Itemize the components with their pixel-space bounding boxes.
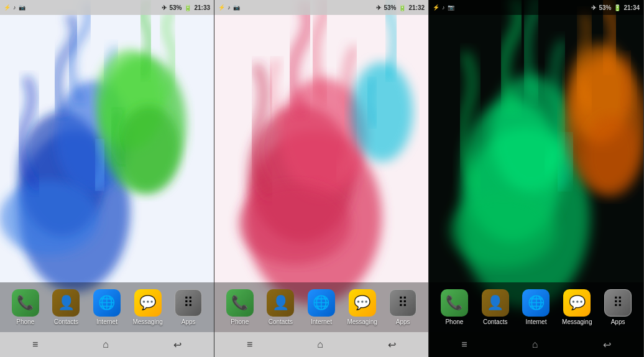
menu-btn-1[interactable]: ≡ [25,336,45,353]
usb-icon-3: ⚡ [433,4,439,11]
dock-item-phone-2[interactable]: 📞 Phone [223,289,257,325]
status-bar-right-1: ✈ 53% 🔋 21:33 [162,4,210,11]
airplane-icon-1: ✈ [162,4,167,11]
status-bar-left-2: ⚡ ♪ 📷 [218,4,240,11]
usb-icon-2: ⚡ [218,4,225,11]
contacts-icon-2: 👤 [267,289,294,317]
nav-bar-1: ≡ ⌂ ↩ [0,332,214,357]
home-btn-3[interactable]: ⌂ [525,336,546,353]
phone-screen-3: ⚡ ♪ 📷 ✈ 53% 🔋 21:34 📞 Phone 👤 Contacts 🌐… [429,0,644,357]
contacts-icon-3: 👤 [482,289,509,317]
battery-icon-3: 🔋 [614,4,621,11]
dock-1: 📞 Phone 👤 Contacts 🌐 Internet 💬 Messagin… [0,282,214,332]
dock-label-apps-2: Apps [396,318,410,325]
battery-icon-1: 🔋 [184,4,191,11]
dock-label-phone-2: Phone [231,318,249,325]
status-bar-right-3: ✈ 53% 🔋 21:34 [591,4,640,11]
status-bar-left-3: ⚡ ♪ 📷 [433,4,454,11]
dock-label-messaging-3: Messaging [562,318,592,325]
dock-label-contacts-2: Contacts [269,318,293,325]
usb-icon-1: ⚡ [4,4,11,11]
dock-label-apps-3: Apps [611,318,625,325]
apps-icon-1: ⠿ [175,289,202,317]
status-bar-3: ⚡ ♪ 📷 ✈ 53% 🔋 21:34 [429,0,643,15]
phone-screen-2: ⚡ ♪ 📷 ✈ 53% 🔋 21:32 📞 Phone 👤 Contacts 🌐… [214,0,429,357]
music-icon-3: ♪ [442,4,445,11]
phone-icon-2: 📞 [226,289,254,317]
messaging-icon-2: 💬 [349,289,376,317]
dock-label-internet-2: Internet [311,318,332,325]
dock-label-messaging-1: Messaging [132,318,162,325]
dock-3: 📞 Phone 👤 Contacts 🌐 Internet 💬 Messagin… [429,282,643,332]
back-btn-2[interactable]: ↩ [380,336,403,353]
svg-point-13 [351,62,413,162]
dock-label-apps-1: Apps [182,318,196,325]
music-icon-2: ♪ [228,4,231,11]
svg-point-4 [0,180,99,255]
dock-label-phone-3: Phone [445,318,463,325]
dock-item-apps-3[interactable]: ⠿ Apps [600,289,635,325]
nav-bar-3: ≡ ⌂ ↩ [429,332,643,357]
messaging-icon-1: 💬 [134,289,162,317]
apps-icon-3: ⠿ [604,289,632,317]
back-btn-3[interactable]: ↩ [596,336,619,353]
battery-icon-2: 🔋 [398,4,406,11]
home-btn-1[interactable]: ⌂ [95,336,116,353]
dock-label-internet-3: Internet [526,318,547,325]
dock-item-contacts-2[interactable]: 👤 Contacts [263,289,298,325]
phone-icon-1: 📞 [12,289,39,317]
nav-bar-2: ≡ ⌂ ↩ [214,332,428,357]
battery-pct-3: 53% [599,4,611,11]
time-1: 21:33 [194,4,210,11]
dock-item-internet-2[interactable]: 🌐 Internet [304,289,339,325]
screenshot-icon-1: 📷 [19,4,25,11]
status-bar-2: ⚡ ♪ 📷 ✈ 53% 🔋 21:32 [214,0,428,15]
svg-point-12 [239,183,351,264]
dock-label-phone-1: Phone [16,318,34,325]
dock-item-messaging-2[interactable]: 💬 Messaging [345,289,380,325]
status-bar-right-2: ✈ 53% 🔋 21:32 [376,4,425,11]
internet-icon-2: 🌐 [308,289,335,317]
dock-label-internet-1: Internet [96,318,117,325]
contacts-icon-1: 👤 [52,289,80,317]
dock-label-contacts-3: Contacts [483,318,507,325]
time-2: 21:32 [408,4,425,11]
battery-pct-2: 53% [384,4,396,11]
home-btn-2[interactable]: ⌂ [310,336,331,353]
apps-icon-2: ⠿ [389,289,416,317]
svg-point-21 [584,115,640,196]
dock-item-phone-1[interactable]: 📞 Phone [8,289,43,325]
dock-item-contacts-3[interactable]: 👤 Contacts [478,289,513,325]
dock-item-messaging-1[interactable]: 💬 Messaging [131,289,165,325]
messaging-icon-3: 💬 [563,289,591,317]
dock-label-messaging-2: Messaging [347,318,377,325]
airplane-icon-3: ✈ [591,4,596,11]
screenshot-icon-2: 📷 [233,4,240,11]
svg-point-18 [451,193,556,267]
menu-btn-2[interactable]: ≡ [239,336,260,353]
battery-pct-1: 53% [169,4,182,11]
dock-item-internet-1[interactable]: 🌐 Internet [90,289,124,325]
svg-point-7 [118,106,180,193]
menu-btn-3[interactable]: ≡ [454,336,474,353]
internet-icon-3: 🌐 [522,289,550,317]
dock-item-contacts-1[interactable]: 👤 Contacts [48,289,83,325]
time-3: 21:34 [623,4,640,11]
status-bar-1: ⚡ ♪ 📷 ✈ 53% 🔋 21:33 [0,0,214,15]
dock-item-internet-3[interactable]: 🌐 Internet [518,289,553,325]
dock-2: 📞 Phone 👤 Contacts 🌐 Internet 💬 Messagin… [214,282,428,332]
dock-item-apps-2[interactable]: ⠿ Apps [385,289,420,325]
phone-icon-3: 📞 [441,289,468,317]
dock-label-contacts-1: Contacts [54,318,78,325]
back-btn-1[interactable]: ↩ [166,336,189,353]
screenshot-icon-3: 📷 [448,4,454,11]
dock-item-apps-1[interactable]: ⠿ Apps [171,289,206,325]
phone-screen-1: ⚡ ♪ 📷 ✈ 53% 🔋 21:33 📞 Phone 👤 Contacts 🌐… [0,0,214,357]
music-icon-1: ♪ [13,4,16,11]
internet-icon-1: 🌐 [93,289,121,317]
status-bar-left-1: ⚡ ♪ 📷 [4,4,25,11]
airplane-icon-2: ✈ [376,4,381,11]
dock-item-messaging-3[interactable]: 💬 Messaging [559,289,594,325]
dock-item-phone-3[interactable]: 📞 Phone [437,289,472,325]
